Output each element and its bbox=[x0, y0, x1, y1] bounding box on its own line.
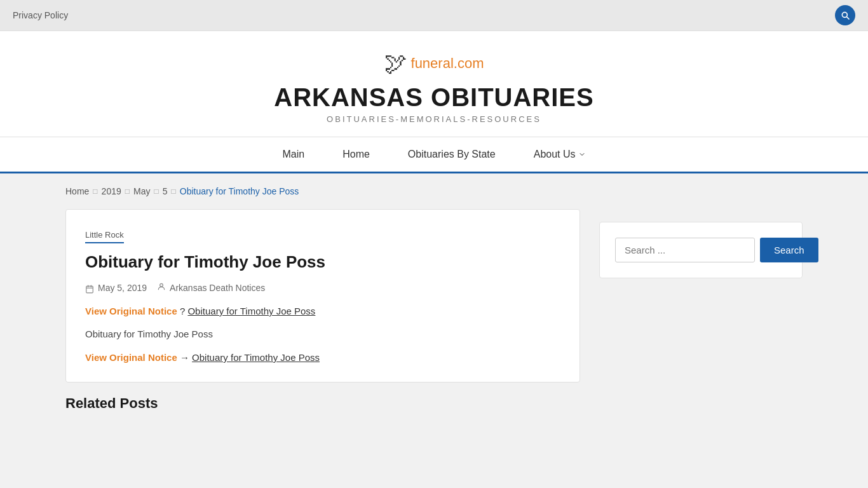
breadcrumb-sep-3: □ bbox=[154, 187, 158, 196]
breadcrumb-home[interactable]: Home bbox=[65, 186, 89, 196]
search-button[interactable]: Search bbox=[760, 238, 818, 262]
search-form: Search bbox=[615, 238, 787, 262]
breadcrumb: Home □ 2019 □ May □ 5 □ Obituary for Tim… bbox=[65, 186, 580, 196]
breadcrumb-sep-4: □ bbox=[172, 187, 176, 196]
nav-obituaries-by-state[interactable]: Obituaries By State bbox=[389, 137, 515, 172]
nav-home[interactable]: Home bbox=[323, 137, 389, 172]
article-card: Little Rock Obituary for Timothy Joe Pos… bbox=[65, 209, 580, 383]
author-icon bbox=[157, 282, 166, 293]
breadcrumb-current: Obituary for Timothy Joe Poss bbox=[180, 186, 299, 196]
site-subtitle: OBITUARIES-MEMORIALS-RESOURCES bbox=[13, 114, 855, 124]
logo-brand: funeral bbox=[411, 55, 454, 71]
calendar-icon bbox=[85, 285, 94, 294]
breadcrumb-month[interactable]: May bbox=[133, 186, 150, 196]
view-original-line-1: View Original Notice ? Obituary for Timo… bbox=[85, 306, 560, 316]
obit-link-2[interactable]: Obituary for Timothy Joe Poss bbox=[192, 352, 320, 363]
separator: ? bbox=[180, 306, 188, 316]
article-author: Arkansas Death Notices bbox=[170, 283, 265, 293]
svg-rect-0 bbox=[86, 286, 93, 293]
logo-area: 🕊 funeral.com bbox=[13, 50, 855, 77]
related-posts-title: Related Posts bbox=[65, 395, 580, 412]
search-widget: Search bbox=[599, 222, 803, 278]
meta-date: May 5, 2019 bbox=[85, 283, 147, 293]
view-original-link-1[interactable]: View Original Notice bbox=[85, 306, 177, 316]
sidebar: Search bbox=[599, 186, 803, 412]
top-bar: Privacy Policy bbox=[0, 0, 868, 31]
article-date: May 5, 2019 bbox=[98, 283, 147, 293]
content-area: Home □ 2019 □ May □ 5 □ Obituary for Tim… bbox=[65, 186, 580, 412]
search-input[interactable] bbox=[615, 238, 755, 262]
logo-tld: .com bbox=[454, 55, 484, 71]
meta-author: Arkansas Death Notices bbox=[157, 282, 265, 293]
article-body: Obituary for Timothy Joe Poss bbox=[85, 327, 560, 342]
main-container: Home □ 2019 □ May □ 5 □ Obituary for Tim… bbox=[53, 173, 815, 424]
svg-point-4 bbox=[160, 283, 163, 287]
article-meta: May 5, 2019 Arkansas Death Notices bbox=[85, 282, 560, 293]
site-header: 🕊 funeral.com ARKANSAS OBITUARIES OBITUA… bbox=[0, 31, 868, 137]
article-title: Obituary for Timothy Joe Poss bbox=[85, 252, 560, 272]
nav-main[interactable]: Main bbox=[263, 137, 323, 172]
main-nav: Main Home Obituaries By State About Us bbox=[0, 137, 868, 173]
logo-bird-icon: 🕊 bbox=[384, 50, 407, 77]
breadcrumb-day[interactable]: 5 bbox=[163, 186, 168, 196]
view-original-line-2: View Original Notice → Obituary for Timo… bbox=[85, 352, 560, 363]
top-search-icon[interactable] bbox=[835, 5, 855, 25]
obit-link-1[interactable]: Obituary for Timothy Joe Poss bbox=[187, 306, 315, 316]
breadcrumb-sep-2: □ bbox=[125, 187, 130, 196]
article-location: Little Rock bbox=[85, 230, 124, 243]
chevron-down-icon bbox=[578, 151, 586, 158]
nav-about-us[interactable]: About Us bbox=[515, 137, 605, 172]
breadcrumb-sep-1: □ bbox=[93, 187, 97, 196]
privacy-policy-link[interactable]: Privacy Policy bbox=[13, 10, 68, 20]
view-original-link-2[interactable]: View Original Notice bbox=[85, 352, 177, 363]
logo-text: funeral.com bbox=[411, 55, 484, 72]
site-title: ARKANSAS OBITUARIES bbox=[13, 83, 855, 112]
breadcrumb-year[interactable]: 2019 bbox=[102, 186, 121, 196]
arrow: → bbox=[180, 352, 192, 363]
